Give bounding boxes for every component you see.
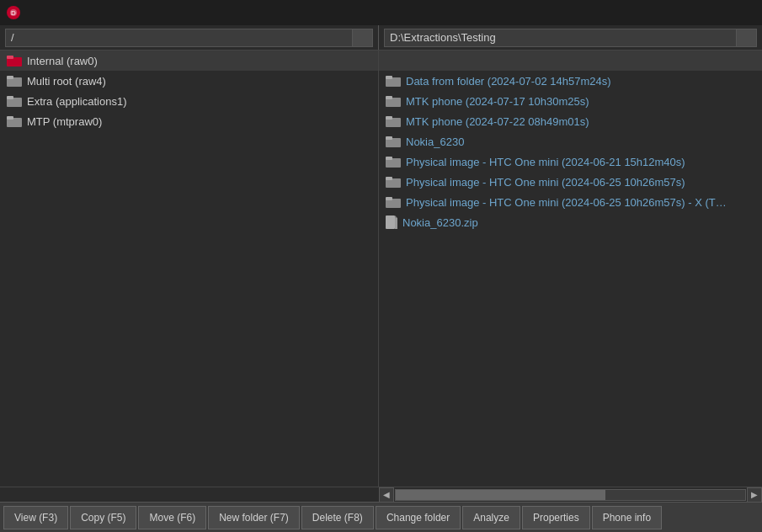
folder-icon — [386, 156, 401, 168]
maximize-button[interactable] — [706, 4, 730, 21]
address-bar-row — [0, 25, 762, 51]
scrollbar-thumb[interactable] — [396, 490, 605, 500]
svg-rect-19 — [386, 157, 392, 160]
svg-rect-11 — [386, 76, 392, 79]
right-item-label: Nokia_6230.zip — [402, 216, 478, 229]
right-item-r6[interactable]: Physical image - HTC One mini (2024-06-2… — [379, 172, 762, 192]
left-panel: Internal (raw0) Multi root (raw4) Extra … — [0, 51, 379, 487]
delete-button[interactable]: Delete (F8) — [301, 506, 374, 529]
left-item-label: Internal (raw0) — [27, 55, 98, 67]
phoneinfo-button[interactable]: Phone info — [592, 506, 662, 529]
right-item-label: MTK phone (2024-07-22 08h49m01s) — [406, 115, 589, 128]
horizontal-scrollbar: ◀ ▶ — [0, 487, 762, 502]
left-item-label: Extra (applications1) — [27, 95, 127, 108]
right-item-r1[interactable]: Data from folder (2024-07-02 14h57m24s) — [379, 71, 762, 91]
right-item-label: Data from folder (2024-07-02 14h57m24s) — [406, 75, 611, 88]
right-item-label: Physical image - HTC One mini (2024-06-2… — [406, 176, 685, 189]
folder-icon — [386, 176, 401, 188]
analyze-button[interactable]: Analyze — [462, 506, 520, 529]
right-item-label: MTK phone (2024-07-17 10h30m25s) — [406, 95, 589, 108]
move-button[interactable]: Move (F6) — [138, 506, 206, 529]
right-panel: Data from folder (2024-07-02 14h57m24s) … — [379, 51, 762, 487]
svg-rect-24 — [386, 215, 395, 229]
left-address-input[interactable] — [5, 29, 353, 47]
folder-icon — [7, 115, 22, 127]
close-button[interactable] — [732, 4, 755, 21]
svg-rect-3 — [7, 56, 13, 59]
right-item-label: Physical image - HTC One mini (2024-06-2… — [406, 196, 727, 209]
folder-icon — [386, 136, 401, 147]
svg-rect-13 — [386, 96, 392, 99]
svg-rect-17 — [386, 136, 392, 140]
properties-button[interactable]: Properties — [522, 506, 590, 529]
main-content: Internal (raw0) Multi root (raw4) Extra … — [0, 51, 762, 487]
folder-icon — [7, 95, 22, 107]
left-item-multiroot[interactable]: Multi root (raw4) — [0, 71, 378, 91]
right-address-container — [379, 25, 762, 50]
svg-rect-9 — [7, 116, 13, 120]
svg-rect-7 — [7, 96, 13, 99]
right-address-input[interactable] — [384, 29, 737, 47]
right-item-r5[interactable]: Physical image - HTC One mini (2024-06-2… — [379, 152, 762, 172]
right-item-r7[interactable]: Physical image - HTC One mini (2024-06-2… — [379, 192, 762, 212]
right-item-r3[interactable]: MTK phone (2024-07-22 08h49m01s) — [379, 111, 762, 131]
copy-button[interactable]: Copy (F5) — [70, 506, 136, 529]
folder-icon — [386, 75, 401, 87]
svg-marker-25 — [395, 215, 397, 218]
file-icon — [386, 215, 397, 229]
svg-rect-21 — [386, 177, 392, 180]
minimize-button[interactable] — [681, 4, 705, 21]
svg-rect-23 — [386, 197, 392, 200]
scroll-right-button[interactable]: ▶ — [747, 487, 762, 503]
newfolder-button[interactable]: New folder (F7) — [208, 506, 300, 529]
folder-icon — [7, 75, 22, 87]
right-item-r8[interactable]: Nokia_6230.zip — [379, 212, 762, 232]
left-address-dropdown[interactable] — [353, 29, 373, 47]
right-item-label: Nokia_6230 — [406, 136, 464, 148]
right-item-r2[interactable]: MTK phone (2024-07-17 10h30m25s) — [379, 91, 762, 111]
title-bar: D — [0, 0, 762, 25]
svg-rect-15 — [386, 116, 392, 120]
right-status-bar — [379, 51, 762, 71]
scroll-left-button[interactable]: ◀ — [379, 487, 394, 503]
left-item-mtp[interactable]: MTP (mtpraw0) — [0, 111, 378, 131]
app-icon: D — [7, 6, 20, 19]
left-item-label: MTP (mtpraw0) — [27, 115, 102, 128]
svg-rect-26 — [395, 218, 397, 229]
svg-text:D: D — [11, 9, 16, 17]
right-address-dropdown[interactable] — [737, 29, 757, 47]
changefolder-button[interactable]: Change folder — [376, 506, 461, 529]
left-item-extra[interactable]: Extra (applications1) — [0, 91, 378, 111]
view-button[interactable]: View (F3) — [3, 506, 68, 529]
left-item-label: Multi root (raw4) — [27, 75, 106, 88]
left-address-container — [0, 25, 379, 50]
folder-icon — [7, 55, 22, 66]
bottom-toolbar: View (F3)Copy (F5)Move (F6)New folder (F… — [0, 502, 762, 532]
right-item-r4[interactable]: Nokia_6230 — [379, 131, 762, 152]
window-controls — [681, 4, 755, 21]
folder-icon — [386, 95, 401, 107]
svg-rect-5 — [7, 76, 13, 79]
right-item-label: Physical image - HTC One mini (2024-06-2… — [406, 156, 685, 168]
folder-icon — [386, 196, 401, 208]
folder-icon — [386, 115, 401, 127]
left-item-internal[interactable]: Internal (raw0) — [0, 51, 378, 71]
scrollbar-track — [395, 489, 746, 501]
